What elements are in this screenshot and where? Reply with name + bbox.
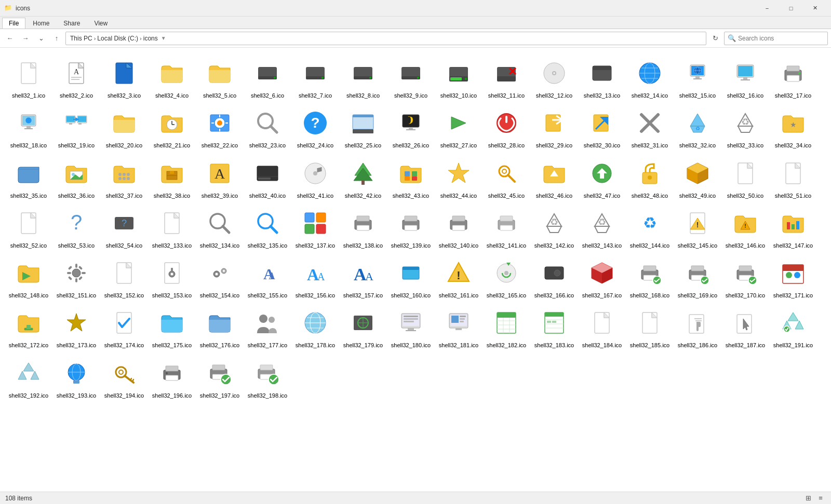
- file-item[interactable]: shell32_26.ico: [387, 103, 434, 152]
- file-item[interactable]: !shell32_161.ico: [435, 253, 482, 302]
- file-item[interactable]: shell32_19.ico: [53, 103, 100, 152]
- file-item[interactable]: !shell32_146.ico: [722, 203, 769, 252]
- file-item[interactable]: shell32_193.ico: [53, 353, 100, 402]
- file-item[interactable]: shell32_184.ico: [579, 303, 625, 351]
- file-item[interactable]: shell32_31.ico: [626, 103, 673, 152]
- address-localdisk[interactable]: Local Disk (C:): [97, 35, 138, 42]
- tab-home[interactable]: Home: [26, 18, 56, 29]
- address-bar[interactable]: This PC › Local Disk (C:) › icons ▼: [65, 32, 706, 45]
- file-item[interactable]: shell32_8.ico: [340, 53, 386, 102]
- file-item[interactable]: AAshell32_156.ico: [292, 253, 339, 302]
- file-item[interactable]: shell32_197.ico: [196, 353, 243, 402]
- maximize-button[interactable]: □: [779, 0, 803, 17]
- file-item[interactable]: shell32_25.ico: [340, 103, 386, 152]
- file-item[interactable]: shell32_17.ico: [770, 53, 816, 102]
- close-button[interactable]: ✕: [803, 0, 827, 17]
- file-item[interactable]: shell32_45.ico: [483, 153, 530, 202]
- file-item[interactable]: shell32_176.ico: [196, 303, 243, 351]
- file-item[interactable]: shell32_191.ico: [770, 303, 816, 351]
- file-item[interactable]: shell32_154.ico: [196, 253, 243, 302]
- file-item[interactable]: shell32_148.ico: [5, 253, 52, 302]
- file-item[interactable]: shell32_12.ico: [531, 53, 578, 102]
- file-item[interactable]: shell32_167.ico: [579, 253, 625, 302]
- file-item[interactable]: ♻shell32_143.ico: [579, 203, 625, 252]
- file-item[interactable]: shell32_5.ico: [196, 53, 243, 102]
- file-item[interactable]: Ashell32_39.ico: [196, 153, 243, 202]
- file-item[interactable]: ★shell32_34.ico: [770, 103, 816, 152]
- file-item[interactable]: shell32_40.ico: [244, 153, 291, 202]
- file-item[interactable]: ♻shell32_33.ico: [722, 103, 769, 152]
- details-view-button[interactable]: ≡: [815, 493, 826, 503]
- up-button[interactable]: ↑: [50, 32, 63, 45]
- file-item[interactable]: shell32_7.ico: [292, 53, 339, 102]
- file-item[interactable]: shell32_11.ico: [483, 53, 530, 102]
- file-item[interactable]: shell32_4.ico: [149, 53, 195, 102]
- file-item[interactable]: shell32_173.ico: [53, 303, 100, 351]
- file-item[interactable]: shell32_170.ico: [722, 253, 769, 302]
- file-item[interactable]: shell32_29.ico: [531, 103, 578, 152]
- file-item[interactable]: shell32_165.ico: [483, 253, 530, 302]
- file-item[interactable]: shell32_44.ico: [435, 153, 482, 202]
- tab-share[interactable]: Share: [57, 18, 87, 29]
- tab-view[interactable]: View: [87, 18, 114, 29]
- file-item[interactable]: shell32_10.ico: [435, 53, 482, 102]
- minimize-button[interactable]: −: [755, 0, 779, 17]
- file-item[interactable]: shell32_179.ico: [340, 303, 386, 351]
- address-icons[interactable]: icons: [143, 35, 158, 42]
- file-item[interactable]: shell32_49.ico: [674, 153, 721, 202]
- file-item[interactable]: shell32_152.ico: [101, 253, 148, 302]
- file-item[interactable]: shell32_20.ico: [101, 103, 148, 152]
- file-item[interactable]: shell32_174.ico: [101, 303, 148, 351]
- file-item[interactable]: shell32_139.ico: [387, 203, 434, 252]
- address-thispc[interactable]: This PC: [70, 35, 92, 42]
- file-item[interactable]: shell32_14.ico: [626, 53, 673, 102]
- file-item[interactable]: shell32_140.ico: [435, 203, 482, 252]
- file-item[interactable]: shell32_138.ico: [340, 203, 386, 252]
- file-item[interactable]: shell32_18.ico: [5, 103, 52, 152]
- file-item[interactable]: shell32_37.ico: [101, 153, 148, 202]
- file-item[interactable]: shell32_181.ico: [435, 303, 482, 351]
- file-item[interactable]: shell32_180.ico: [387, 303, 434, 351]
- file-item[interactable]: shell32_183.ico: [531, 303, 578, 351]
- file-item[interactable]: shell32_177.ico: [244, 303, 291, 351]
- file-item[interactable]: !shell32_145.ico: [674, 203, 721, 252]
- search-box[interactable]: 🔍: [724, 32, 828, 45]
- file-item[interactable]: shell32_175.ico: [149, 303, 195, 351]
- file-item[interactable]: shell32_185.ico: [626, 303, 673, 351]
- file-item[interactable]: shell32_1.ico: [5, 53, 52, 102]
- file-item[interactable]: shell32_22.ico: [196, 103, 243, 152]
- file-item[interactable]: shell32_23.ico: [244, 103, 291, 152]
- file-item[interactable]: shell32_30.ico: [579, 103, 625, 152]
- file-item[interactable]: shell32_141.ico: [483, 203, 530, 252]
- file-item[interactable]: shell32_13.ico: [579, 53, 625, 102]
- file-item[interactable]: shell32_151.ico: [53, 253, 100, 302]
- file-item[interactable]: shell32_134.ico: [196, 203, 243, 252]
- file-item[interactable]: shell32_36.ico: [53, 153, 100, 202]
- file-item[interactable]: ?shell32_24.ico: [292, 103, 339, 152]
- large-icons-view-button[interactable]: ⊞: [803, 493, 813, 503]
- file-item[interactable]: shell32_41.ico: [292, 153, 339, 202]
- file-item[interactable]: shell32_169.ico: [674, 253, 721, 302]
- file-item[interactable]: shell32_186.ico: [674, 303, 721, 351]
- file-item[interactable]: shell32_52.ico: [5, 203, 52, 252]
- recent-locations-button[interactable]: ⌄: [34, 32, 48, 45]
- file-item[interactable]: shell32_182.ico: [483, 303, 530, 351]
- file-item[interactable]: shell32_172.ico: [5, 303, 52, 351]
- file-item[interactable]: shell32_50.ico: [722, 153, 769, 202]
- file-item[interactable]: shell32_3.ico: [101, 53, 148, 102]
- file-item[interactable]: shell32_35.ico: [5, 153, 52, 202]
- file-item[interactable]: shell32_21.ico: [149, 103, 195, 152]
- file-item[interactable]: shell32_15.ico: [674, 53, 721, 102]
- file-item[interactable]: shell32_46.ico: [531, 153, 578, 202]
- file-item[interactable]: shell32_192.ico: [5, 353, 52, 402]
- file-item[interactable]: shell32_137.ico: [292, 203, 339, 252]
- file-item[interactable]: shell32_194.ico: [101, 353, 148, 402]
- file-item[interactable]: shell32_133.ico: [149, 203, 195, 252]
- file-item[interactable]: shell32_16.ico: [722, 53, 769, 102]
- file-item[interactable]: shell32_196.ico: [149, 353, 195, 402]
- file-item[interactable]: ?shell32_53.ico: [53, 203, 100, 252]
- file-item[interactable]: shell32_160.ico: [387, 253, 434, 302]
- file-item[interactable]: ♻shell32_32.ico: [674, 103, 721, 152]
- file-item[interactable]: AAshell32_155.ico: [244, 253, 291, 302]
- file-item[interactable]: shell32_147.ico: [770, 203, 816, 252]
